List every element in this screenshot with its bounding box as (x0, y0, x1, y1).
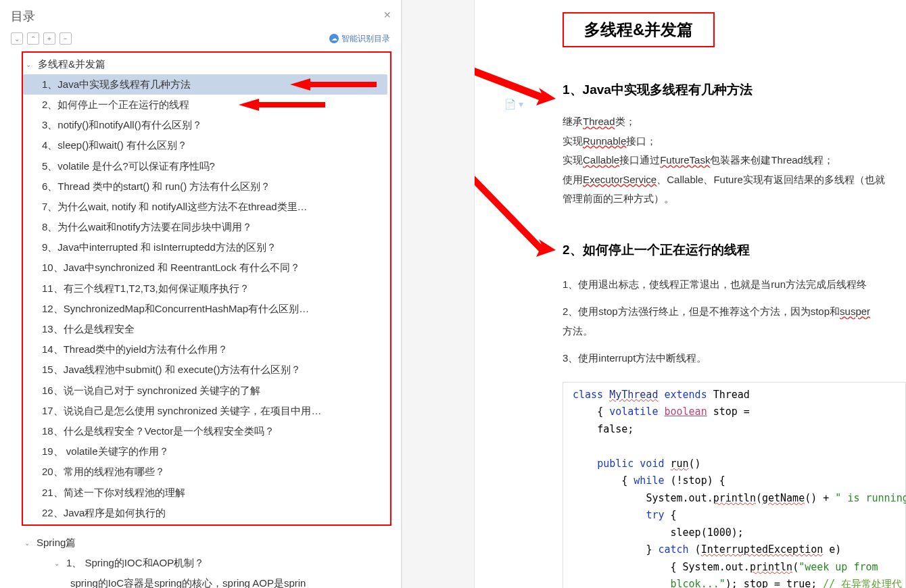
toc-label: 2、如何停止一个正在运行的线程 (42, 99, 383, 112)
toc-item[interactable]: 17、说说自己是怎么使用 synchronized 关键字，在项目中用… (23, 401, 387, 421)
toc-label: 16、说一说自己对于 synchronized 关键字的了解 (42, 385, 383, 397)
toc-label: 20、常用的线程池有哪些？ (42, 466, 383, 479)
paragraph: 方法。 (563, 322, 906, 341)
toc-item[interactable]: 20、常用的线程池有哪些？ (23, 462, 387, 483)
paragraph: 实现Callable接口通过FutureTask包装器来创建Thread线程； (563, 151, 906, 170)
toc-label: 13、什么是线程安全 (42, 323, 383, 336)
toc-item[interactable]: 21、简述一下你对线程池的理解 (23, 483, 387, 503)
paragraph: 2、使用stop方法强行终止，但是不推荐这个方法，因为stop和susper (563, 302, 906, 322)
page-icon[interactable]: 📄 ▾ (504, 99, 523, 109)
toc-item[interactable]: 4、sleep()和wait() 有什么区别？ (23, 136, 387, 156)
code-block: class MyThread extends Thread { volatile… (563, 382, 906, 589)
toc-item[interactable]: 18、什么是线程安全？Vector是一个线程安全类吗？ (23, 421, 387, 441)
page-gutter (402, 0, 475, 588)
toc-item[interactable]: 10、Java中synchronized 和 ReentrantLock 有什么… (23, 258, 387, 278)
paragraph: 继承Thread类； (563, 112, 906, 132)
toc-label: spring的IoC容器是spring的核心，spring AOP是sprin (70, 577, 393, 588)
toc-label: 11、有三个线程T1,T2,T3,如何保证顺序执行？ (42, 283, 383, 295)
toc-item[interactable]: 13、什么是线程安全 (23, 319, 387, 339)
paragraph: 实现Runnable接口； (563, 132, 906, 151)
toc-item[interactable]: 3、notify()和notifyAll()有什么区别？ (23, 116, 387, 136)
toc-label: 4、sleep()和wait() 有什么区别？ (42, 139, 383, 152)
toc-item[interactable]: 8、为什么wait和notify方法要在同步块中调用？ (23, 218, 387, 238)
toc-item[interactable]: 15、Java线程池中submit() 和 execute()方法有什么区别？ (23, 360, 387, 381)
toc-tree[interactable]: ⌄ 多线程&并发篇 1、Java中实现多线程有几种方法 2、如何停止一个正在运行… (0, 50, 401, 588)
toc-label: 1、 Spring的IOC和AOP机制？ (66, 557, 393, 570)
toc-item[interactable]: spring的IoC容器是spring的核心，spring AOP是sprin (22, 574, 397, 588)
toc-item[interactable]: 2、如何停止一个正在运行的线程 (23, 95, 387, 115)
section-heading-2: 2、如何停止一个正在运行的线程 (563, 241, 906, 259)
toc-item[interactable]: ⌄ 1、 Spring的IOC和AOP机制？ (22, 554, 397, 574)
smart-recognize-button[interactable]: ☁ 智能识别目录 (329, 33, 390, 45)
toc-item[interactable]: 16、说一说自己对于 synchronized 关键字的了解 (23, 381, 387, 401)
chevron-down-icon: ⌄ (54, 560, 62, 567)
paragraph: 3、使用interrupt方法中断线程。 (563, 349, 906, 368)
annotation-box: ⌄ 多线程&并发篇 1、Java中实现多线程有几种方法 2、如何停止一个正在运行… (22, 51, 391, 526)
toc-item[interactable]: 5、volatile 是什么?可以保证有序性吗? (23, 156, 387, 176)
toc-item[interactable]: 11、有三个线程T1,T2,T3,如何保证顺序执行？ (23, 278, 387, 299)
toc-label: 10、Java中synchronized 和 ReentrantLock 有什么… (42, 262, 383, 274)
chevron-down-icon: ⌄ (24, 539, 32, 547)
toc-item[interactable]: 7、为什么wait, notify 和 notifyAll这些方法不在threa… (23, 197, 387, 217)
toc-sidebar: 目录 ✕ ⌄ ⌃ + − ☁ 智能识别目录 ⌄ 多线程&并发篇 1、Java中实… (0, 0, 402, 588)
paragraph: 管理前面的三种方式）。 (563, 189, 906, 209)
toc-label: 19、 volatile关键字的作用？ (42, 445, 383, 458)
smart-label: 智能识别目录 (341, 33, 390, 45)
toc-label: 14、Thread类中的yield方法有什么作用？ (42, 343, 383, 356)
paragraph: 1、使用退出标志，使线程正常退出，也就是当run方法完成后线程终 (563, 275, 906, 295)
toc-label: 6、Thread 类中的start() 和 run() 方法有什么区别？ (42, 180, 383, 193)
toc-label: 多线程&并发篇 (38, 58, 383, 71)
toc-label: 17、说说自己是怎么使用 synchronized 关键字，在项目中用… (42, 405, 383, 418)
toc-item[interactable]: 19、 volatile关键字的作用？ (23, 442, 387, 462)
chevron-down-icon: ⌄ (26, 61, 34, 68)
minus-icon[interactable]: − (59, 32, 72, 45)
toc-title: 目录 (11, 8, 390, 24)
section-heading-1: 1、Java中实现多线程有几种方法 (563, 81, 906, 99)
toc-label: 22、Java程序是如何执行的 (42, 507, 383, 520)
toc-section-spring[interactable]: ⌄ Spring篇 (22, 533, 397, 553)
expand-down-icon[interactable]: ⌄ (11, 32, 23, 45)
page-title: 多线程&并发篇 (563, 12, 715, 47)
toc-item[interactable]: 9、Java中interrupted 和 isInterruptedd方法的区别… (23, 238, 387, 258)
toc-label: 9、Java中interrupted 和 isInterruptedd方法的区别… (42, 241, 383, 254)
document-content[interactable]: 📄 ▾ 多线程&并发篇 1、Java中实现多线程有几种方法 继承Thread类；… (475, 0, 906, 588)
close-icon[interactable]: ✕ (383, 9, 391, 20)
toc-item[interactable]: 1、Java中实现多线程有几种方法 (23, 74, 387, 95)
cloud-icon: ☁ (329, 34, 339, 43)
toc-item[interactable]: 14、Thread类中的yield方法有什么作用？ (23, 340, 387, 360)
toc-label: 1、Java中实现多线程有几种方法 (42, 78, 383, 91)
expand-up-icon[interactable]: ⌃ (27, 32, 39, 45)
plus-icon[interactable]: + (43, 32, 55, 45)
toc-label: 15、Java线程池中submit() 和 execute()方法有什么区别？ (42, 364, 383, 376)
toc-item[interactable]: 12、SynchronizedMap和ConcurrentHashMap有什么区… (23, 299, 387, 319)
toc-label: 12、SynchronizedMap和ConcurrentHashMap有什么区… (42, 303, 383, 316)
toc-label: 3、notify()和notifyAll()有什么区别？ (42, 119, 383, 132)
toc-label: Spring篇 (37, 537, 393, 549)
toc-label: 21、简述一下你对线程池的理解 (42, 487, 383, 499)
toc-item[interactable]: 6、Thread 类中的start() 和 run() 方法有什么区别？ (23, 176, 387, 197)
paragraph: 使用ExecutorService、Callable、Future实现有返回结果… (563, 170, 906, 190)
toc-toolbar: ⌄ ⌃ + − ☁ 智能识别目录 (0, 32, 401, 50)
toc-item[interactable]: 22、Java程序是如何执行的 (23, 503, 387, 523)
toc-label: 5、volatile 是什么?可以保证有序性吗? (42, 160, 383, 173)
toc-section-thread[interactable]: ⌄ 多线程&并发篇 (23, 54, 387, 74)
toc-label: 7、为什么wait, notify 和 notifyAll这些方法不在threa… (42, 201, 383, 214)
toc-label: 18、什么是线程安全？Vector是一个线程安全类吗？ (42, 425, 383, 438)
toc-label: 8、为什么wait和notify方法要在同步块中调用？ (42, 221, 383, 234)
